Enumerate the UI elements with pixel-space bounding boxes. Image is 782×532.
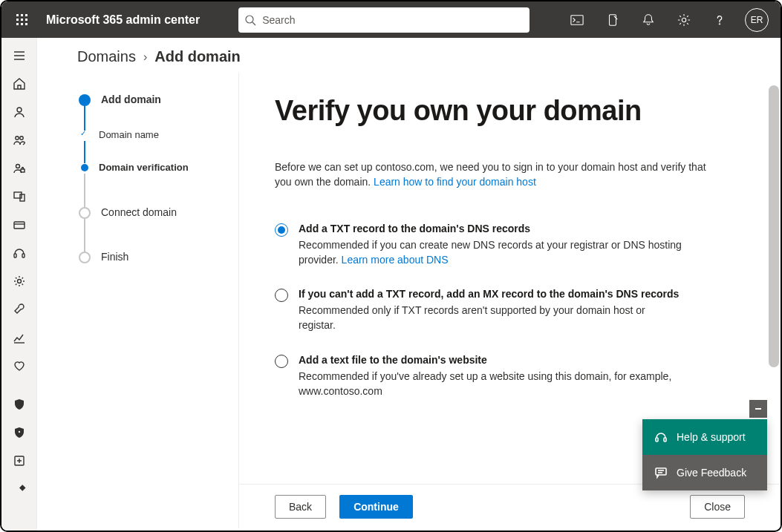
svg-rect-2 <box>25 14 27 16</box>
shell: Domains › Add domain Add domain Domain n… <box>1 38 781 531</box>
search-input[interactable] <box>262 14 524 26</box>
svg-rect-31 <box>22 254 25 257</box>
option-mx-record[interactable]: If you can't add a TXT record, add an MX… <box>275 288 739 333</box>
continue-button[interactable]: Continue <box>339 495 413 519</box>
svg-rect-37 <box>656 438 658 441</box>
svg-point-24 <box>16 165 19 168</box>
option-text-file[interactable]: Add a text file to the domain's website … <box>275 354 739 399</box>
nav-settings-icon[interactable] <box>1 268 37 295</box>
svg-point-32 <box>17 280 21 283</box>
chat-icon <box>654 466 668 479</box>
nav-reports-icon[interactable] <box>1 324 37 351</box>
settings-icon[interactable] <box>668 2 700 38</box>
float-panel-toggle[interactable] <box>749 400 767 418</box>
back-button[interactable]: Back <box>275 495 326 519</box>
scrollbar-thumb[interactable] <box>769 85 779 367</box>
svg-point-33 <box>18 431 19 433</box>
nav-setup-icon[interactable] <box>1 296 37 323</box>
svg-rect-35 <box>19 485 25 490</box>
option-txt-record[interactable]: Add a TXT record to the domain's DNS rec… <box>275 223 739 268</box>
search-box[interactable] <box>238 7 530 33</box>
breadcrumb-current: Add domain <box>154 48 241 65</box>
nav-users-icon[interactable] <box>1 99 37 125</box>
close-button[interactable]: Close <box>690 495 745 519</box>
breadcrumb-parent[interactable]: Domains <box>77 48 136 65</box>
option-desc-link[interactable]: Learn more about DNS <box>342 254 449 266</box>
nav-teams-icon[interactable] <box>1 127 37 154</box>
step-label: Domain name <box>99 129 159 140</box>
option-title: Add a TXT record to the domain's DNS rec… <box>299 223 685 234</box>
nav-health-icon[interactable] <box>1 352 37 379</box>
step-finish[interactable]: Finish <box>79 251 238 263</box>
wizard-stepper: Add domain Domain name Domain verificati… <box>37 73 239 528</box>
step-domain-name[interactable]: Domain name <box>79 129 238 162</box>
svg-rect-7 <box>21 23 23 25</box>
step-add-domain[interactable]: Add domain <box>79 93 238 129</box>
svg-rect-30 <box>14 254 16 257</box>
chevron-right-icon: › <box>143 50 147 64</box>
radio-button[interactable] <box>275 355 288 368</box>
svg-rect-8 <box>25 23 27 25</box>
svg-point-16 <box>682 18 685 22</box>
app-title: Microsoft 365 admin center <box>46 13 200 27</box>
nav-roles-icon[interactable] <box>1 155 37 182</box>
notifications-icon[interactable] <box>632 2 665 38</box>
svg-rect-39 <box>656 468 666 475</box>
svg-rect-3 <box>16 19 19 21</box>
help-icon[interactable] <box>703 2 736 38</box>
nav-admin-icon[interactable] <box>1 447 37 474</box>
help-label: Help & support <box>677 431 746 443</box>
give-feedback-button[interactable]: Give Feedback <box>642 455 767 490</box>
app-launcher-icon[interactable] <box>7 5 37 35</box>
help-feedback-panel: Help & support Give Feedback <box>642 419 767 490</box>
radio-button[interactable] <box>275 289 288 302</box>
option-desc: Recommended if you've already set up a w… <box>299 369 685 399</box>
nav-compliance-icon[interactable] <box>1 419 37 446</box>
svg-line-10 <box>252 22 255 25</box>
intro-link[interactable]: Learn how to find your domain host <box>374 176 536 188</box>
step-connect-domain[interactable]: Connect domain <box>79 206 238 251</box>
cloud-shell-icon[interactable] <box>561 2 593 38</box>
step-label: Finish <box>101 251 128 263</box>
svg-rect-5 <box>25 19 27 21</box>
help-support-button[interactable]: Help & support <box>642 419 767 455</box>
content-area: Domains › Add domain Add domain Domain n… <box>37 38 781 531</box>
intro-text: Before we can set up contoso.com, we nee… <box>275 160 720 190</box>
svg-point-17 <box>719 23 720 24</box>
nav-home-icon[interactable] <box>1 70 37 97</box>
nav-support-icon[interactable] <box>1 240 37 266</box>
svg-rect-28 <box>14 222 25 229</box>
device-icon[interactable] <box>596 2 629 38</box>
scrollbar[interactable] <box>767 85 779 525</box>
option-title: Add a text file to the domain's website <box>299 354 685 366</box>
breadcrumb: Domains › Add domain <box>37 38 781 73</box>
option-desc: Recommended if you can create new DNS re… <box>299 237 685 268</box>
page-title: Verify you own your domain <box>275 95 739 127</box>
svg-rect-25 <box>21 169 25 172</box>
account-avatar[interactable]: ER <box>745 8 769 32</box>
search-icon <box>244 14 256 26</box>
headset-icon <box>654 430 668 444</box>
search-wrap <box>238 7 530 33</box>
svg-point-21 <box>17 108 22 112</box>
step-domain-verification[interactable]: Domain verification <box>79 162 238 206</box>
radio-button[interactable] <box>275 223 288 237</box>
svg-rect-11 <box>571 15 583 24</box>
svg-rect-1 <box>21 14 23 16</box>
step-label: Connect domain <box>101 206 177 218</box>
nav-toggle-icon[interactable] <box>1 42 37 69</box>
panel-footer: Back Continue Close <box>239 484 781 528</box>
nav-all-apps-icon[interactable] <box>1 476 37 502</box>
svg-rect-38 <box>664 438 666 441</box>
verification-options: Add a TXT record to the domain's DNS rec… <box>275 223 739 399</box>
svg-rect-0 <box>16 14 19 16</box>
step-label: Domain verification <box>99 162 189 173</box>
svg-point-22 <box>15 137 18 139</box>
step-label: Add domain <box>101 93 161 105</box>
option-desc: Recommended only if TXT records aren't s… <box>299 303 685 333</box>
nav-devices-icon[interactable] <box>1 183 37 210</box>
option-title: If you can't add a TXT record, add an MX… <box>299 288 685 300</box>
nav-security-icon[interactable] <box>1 391 37 418</box>
nav-billing-icon[interactable] <box>1 211 37 238</box>
svg-rect-6 <box>16 23 19 25</box>
